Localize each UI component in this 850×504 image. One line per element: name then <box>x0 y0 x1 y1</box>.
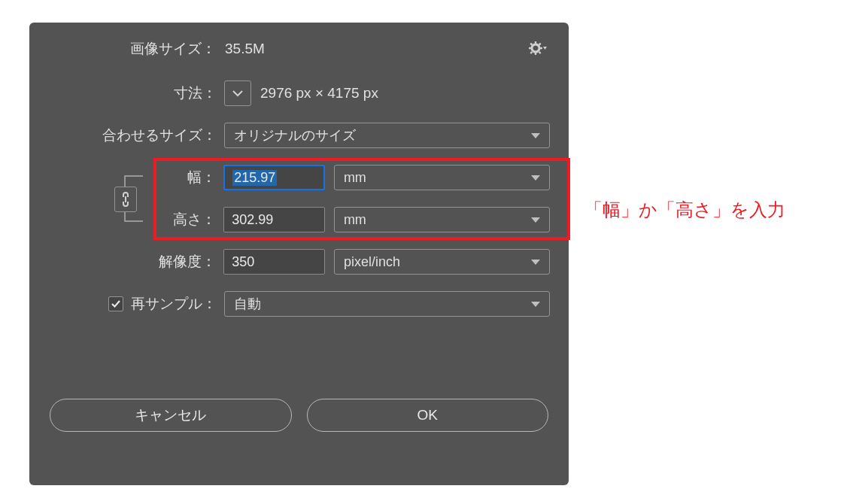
fit-to-selected: オリジナルのサイズ <box>234 126 356 144</box>
svg-rect-9 <box>125 196 126 202</box>
svg-rect-3 <box>540 47 542 49</box>
width-label: 幅： <box>48 168 223 187</box>
resolution-input[interactable]: 350 <box>223 249 325 275</box>
svg-rect-1 <box>535 53 536 55</box>
svg-rect-2 <box>529 47 531 49</box>
width-unit: mm <box>344 170 366 186</box>
resolution-label: 解像度： <box>48 252 223 272</box>
image-size-label: 画像サイズ： <box>130 39 216 59</box>
resample-selected: 自動 <box>234 295 261 313</box>
constrain-proportions-button[interactable] <box>114 187 137 212</box>
resolution-unit: pixel/inch <box>344 254 400 270</box>
fit-to-row: 合わせるサイズ： オリジナルのサイズ <box>48 122 550 149</box>
cancel-button[interactable]: キャンセル <box>50 399 292 432</box>
resolution-value: 350 <box>232 254 254 270</box>
ok-label: OK <box>417 407 438 424</box>
fit-to-label: 合わせるサイズ： <box>48 126 224 145</box>
resample-checkbox[interactable] <box>108 296 123 311</box>
cancel-label: キャンセル <box>135 405 206 425</box>
svg-marker-8 <box>543 47 547 50</box>
header-row: 画像サイズ： 35.5M <box>48 39 550 59</box>
dimensions-unit-toggle[interactable] <box>224 80 251 106</box>
height-unit: mm <box>344 212 366 228</box>
height-unit-select[interactable]: mm <box>334 207 550 232</box>
image-size-dialog: 画像サイズ： 35.5M 寸法： <box>29 23 569 485</box>
height-label: 高さ： <box>48 210 223 229</box>
resample-label: 再サンプル： <box>131 294 217 314</box>
height-value: 302.99 <box>232 212 273 228</box>
button-row: キャンセル OK <box>48 399 550 432</box>
size-input-group: 幅： 215.97 mm 高さ： 302.99 mm <box>48 164 550 233</box>
annotation-text: 「幅」か「高さ」を入力 <box>584 198 785 222</box>
resample-row: 再サンプル： 自動 <box>48 290 550 317</box>
dimensions-row: 寸法： 2976 px × 4175 px <box>48 80 550 107</box>
dimensions-label: 寸法： <box>48 83 224 103</box>
width-input[interactable]: 215.97 <box>223 165 325 190</box>
svg-rect-0 <box>535 41 536 44</box>
image-size-value: 35.5M <box>225 41 265 57</box>
ok-button[interactable]: OK <box>307 399 549 432</box>
resample-method-select[interactable]: 自動 <box>224 291 550 317</box>
resolution-unit-select[interactable]: pixel/inch <box>334 249 550 275</box>
height-input[interactable]: 302.99 <box>223 207 325 232</box>
width-value: 215.97 <box>232 170 277 186</box>
fit-to-select[interactable]: オリジナルのサイズ <box>224 123 550 148</box>
dimensions-value: 2976 px × 4175 px <box>260 85 378 102</box>
gear-icon[interactable] <box>527 38 548 59</box>
width-unit-select[interactable]: mm <box>334 165 550 190</box>
resolution-row: 解像度： 350 pixel/inch <box>48 248 550 275</box>
